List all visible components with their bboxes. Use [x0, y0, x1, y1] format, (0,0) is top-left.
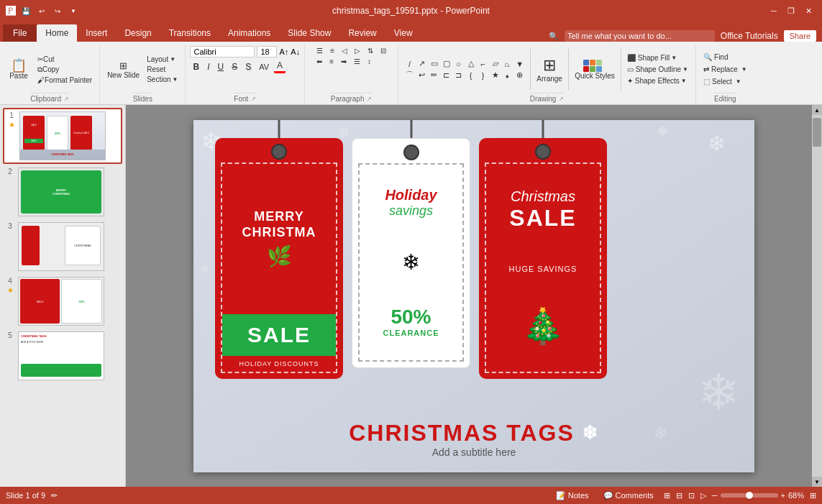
align-center-button[interactable]: ≡: [326, 57, 337, 66]
office-tutorials[interactable]: Office Tutorials: [721, 31, 778, 41]
justify-button[interactable]: ☰: [351, 57, 363, 66]
bold-button[interactable]: B: [190, 61, 202, 73]
copy-button[interactable]: ⧉ Copy: [35, 65, 95, 75]
tab-view[interactable]: View: [385, 24, 421, 42]
tab-review[interactable]: Review: [339, 24, 385, 42]
cut-button[interactable]: ✂ Cut: [35, 55, 95, 64]
reset-button[interactable]: Reset: [144, 65, 181, 74]
paste-button[interactable]: 📋 Paste: [4, 58, 33, 81]
scroll-up-button[interactable]: ▲: [812, 105, 822, 115]
quick-styles-button[interactable]: Quick Styles: [572, 57, 618, 83]
minimize-button[interactable]: ─: [766, 3, 782, 19]
shape-tri[interactable]: △: [465, 58, 476, 69]
view-presenter-icon[interactable]: ▷: [700, 491, 706, 500]
undo-icon[interactable]: ↩: [36, 5, 47, 17]
shape-fill-button[interactable]: ⬛ Shape Fill ▼: [624, 52, 691, 63]
shape-rounded[interactable]: ▢: [441, 58, 452, 69]
section-button[interactable]: Section▼: [144, 75, 181, 84]
shape-outline-button[interactable]: ▭ Shape Outline ▼: [624, 64, 691, 75]
italic-button[interactable]: I: [204, 61, 212, 73]
close-button[interactable]: ✕: [800, 3, 816, 19]
shape-effects-button[interactable]: ✦ Shape Effects ▼: [624, 75, 691, 86]
find-button[interactable]: 🔍 Find: [700, 52, 750, 63]
slide-thumb-4[interactable]: 4 ★ SALE 50%: [3, 275, 122, 328]
slide-panel[interactable]: 1 ★ CHRISTMAS TAGS SALE SALE 50% Chris: [0, 105, 126, 487]
fit-slide-button[interactable]: ⊞: [810, 491, 816, 500]
slide-thumb-5[interactable]: 5 CHRISTMAS TAGS ADD A TITLE HERE: [3, 329, 122, 382]
shape-conn2[interactable]: ⊐: [453, 70, 464, 81]
tab-home[interactable]: Home: [37, 24, 77, 42]
shadow-button[interactable]: S: [242, 61, 254, 73]
align-right-button[interactable]: ➡: [338, 57, 350, 66]
font-name-input[interactable]: Calibri: [190, 46, 255, 58]
notes-button[interactable]: 📝 Notes: [552, 490, 593, 502]
view-normal-icon[interactable]: ⊞: [664, 491, 670, 500]
tab-design[interactable]: Design: [116, 24, 160, 42]
decrease-indent-button[interactable]: ◁: [339, 46, 350, 55]
edit-icon[interactable]: ✏: [51, 491, 58, 500]
shape-bend[interactable]: ↩: [416, 70, 427, 81]
shape-line[interactable]: /: [404, 58, 415, 69]
select-button[interactable]: ⬚ Select ▼: [700, 76, 750, 87]
customize-icon[interactable]: ▼: [68, 5, 79, 17]
shape-brace[interactable]: {: [465, 70, 476, 81]
increase-indent-button[interactable]: ▷: [352, 46, 363, 55]
strikethrough-button[interactable]: S: [229, 61, 240, 73]
replace-button[interactable]: ⇄ Replace ▼: [700, 64, 750, 75]
new-slide-button[interactable]: ⊞ New Slide: [104, 59, 142, 81]
increase-font-icon[interactable]: A↑: [279, 47, 288, 56]
clipboard-expand-icon[interactable]: ↗: [64, 96, 69, 102]
view-reading-icon[interactable]: ⊡: [688, 491, 695, 500]
zoom-slider[interactable]: [721, 493, 778, 498]
arrange-button[interactable]: ⊞ Arrange: [534, 53, 565, 86]
drawing-expand-icon[interactable]: ↗: [559, 96, 564, 102]
comments-button[interactable]: 💬 Comments: [599, 490, 658, 502]
tab-transitions[interactable]: Transitions: [160, 24, 219, 42]
restore-button[interactable]: ❐: [783, 3, 799, 19]
decrease-font-icon[interactable]: A↓: [291, 47, 300, 56]
tab-animations[interactable]: Animations: [219, 24, 279, 42]
numbering-button[interactable]: ≡: [327, 46, 337, 55]
para-expand-icon[interactable]: ↗: [367, 96, 372, 102]
scroll-thumb[interactable]: [813, 118, 821, 147]
align-left-button[interactable]: ⬅: [314, 57, 325, 66]
font-spacing-button[interactable]: AV: [256, 62, 272, 72]
v-scrollbar[interactable]: ▲ ▼: [812, 105, 822, 487]
zoom-in-button[interactable]: +: [781, 491, 785, 500]
underline-button[interactable]: U: [214, 61, 227, 73]
columns-button[interactable]: ⊟: [378, 46, 389, 55]
slide-thumb-3[interactable]: 3 CHRISTMAS: [3, 220, 122, 273]
tab-insert[interactable]: Insert: [77, 24, 116, 42]
shape-oval[interactable]: ○: [453, 58, 464, 69]
font-color-button[interactable]: A: [274, 60, 286, 73]
tab-slideshow[interactable]: Slide Show: [279, 24, 339, 42]
font-size-input[interactable]: 18: [257, 46, 277, 58]
shape-conn1[interactable]: ⊏: [441, 70, 452, 81]
shape-bracket[interactable]: }: [478, 70, 488, 81]
zoom-slider-thumb[interactable]: [746, 492, 753, 499]
layout-button[interactable]: Layout▼: [144, 55, 181, 64]
shape-star[interactable]: ★: [490, 70, 501, 81]
shape-rt[interactable]: ⌐: [478, 58, 488, 69]
font-expand-icon[interactable]: ↗: [251, 96, 256, 102]
shape-arrow[interactable]: ↗: [416, 58, 427, 69]
direction-button[interactable]: ⇅: [365, 46, 376, 55]
share-button[interactable]: Share: [784, 30, 816, 42]
shape-extra[interactable]: ⊕: [514, 70, 525, 81]
slide-thumb-2[interactable]: 2 MERRYCHRISTMAS: [3, 165, 122, 219]
redo-icon[interactable]: ↪: [52, 5, 63, 17]
shape-trap[interactable]: ⏢: [502, 58, 513, 69]
shape-more[interactable]: ▼: [514, 58, 525, 69]
shape-free[interactable]: ✏: [429, 70, 439, 81]
shape-curve[interactable]: ⌒: [404, 70, 415, 81]
bullets-button[interactable]: ☰: [314, 46, 326, 55]
line-spacing-button[interactable]: ↕: [365, 57, 374, 66]
zoom-out-button[interactable]: ─: [712, 491, 718, 500]
scroll-down-button[interactable]: ▼: [812, 477, 822, 487]
shape-rect[interactable]: ▭: [429, 58, 439, 69]
view-slide-sorter-icon[interactable]: ⊟: [676, 491, 682, 500]
format-painter-button[interactable]: 🖌 Format Painter: [35, 75, 95, 85]
shape-para[interactable]: ▱: [490, 58, 501, 69]
search-box[interactable]: Tell me what you want to do...: [565, 30, 715, 42]
save-icon[interactable]: 💾: [20, 5, 32, 17]
